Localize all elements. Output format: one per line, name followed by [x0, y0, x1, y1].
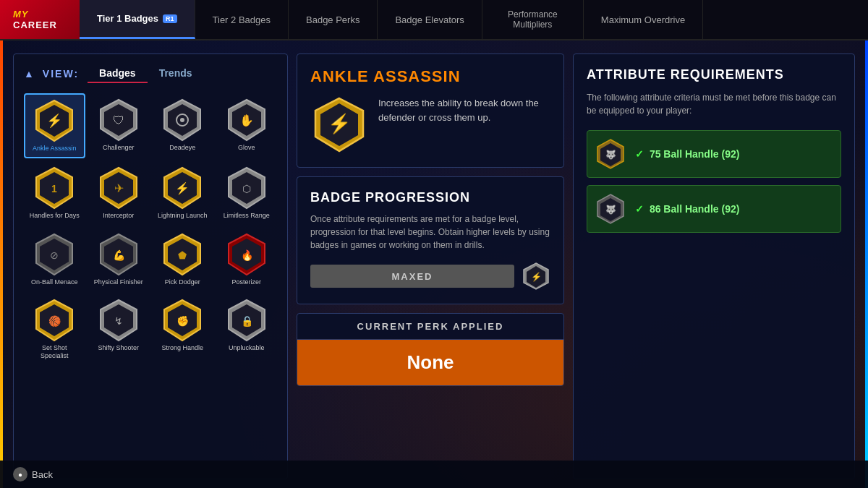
tab-badge-perks[interactable]: Badge Perks	[289, 0, 378, 39]
svg-text:✈: ✈	[114, 182, 123, 194]
interceptor-label: Interceptor	[103, 212, 134, 220]
strong-handle-icon: ✊	[161, 299, 204, 342]
tab-badges[interactable]: Badges	[88, 64, 148, 83]
tab-performance-multipliers[interactable]: Performance Multipliers	[482, 0, 584, 39]
svg-text:1: 1	[51, 183, 57, 194]
badge-glove[interactable]: ✋ Glove	[216, 93, 278, 158]
set-shot-specialist-label: Set Shot Specialist	[28, 344, 80, 360]
svg-point-9	[180, 118, 184, 122]
badge-desc-row: ⚡ Increases the ability to break down th…	[310, 96, 550, 154]
tab-tier1-badges[interactable]: Tier 1 Badges R1	[80, 0, 195, 39]
limitless-range-icon: ⬡	[225, 166, 268, 210]
checkmark-0: ✓	[635, 148, 644, 160]
badge-info-box: ANKLE ASSASSIN ⚡ Increases the ability t…	[297, 53, 564, 168]
r1-badge: R1	[163, 14, 177, 23]
glove-icon: ✋	[225, 98, 268, 142]
svg-text:🛡: 🛡	[113, 114, 124, 127]
svg-text:🐺: 🐺	[605, 204, 616, 215]
badge-ankle-assassin[interactable]: ⚡ Ankle Assassin	[24, 93, 85, 158]
badge-handles-for-days[interactable]: 1 Handles for Days	[24, 161, 85, 225]
left-panel: ▲ VIEW: Badges Trends ⚡ Ankle Assassin	[13, 53, 288, 479]
unpluckable-icon: 🔒	[225, 299, 268, 342]
attr-desc: The following attribute criteria must be…	[587, 91, 841, 117]
svg-text:⚡: ⚡	[531, 271, 542, 282]
challenger-icon: 🛡	[97, 98, 140, 142]
nav-logo: MYCAREER	[0, 0, 80, 39]
shifty-shooter-icon: ↯	[97, 299, 140, 342]
svg-text:🏀: 🏀	[48, 315, 61, 328]
on-ball-menace-icon: ⊘	[33, 233, 76, 276]
perk-value: None	[297, 340, 563, 385]
progression-status: MAXED	[310, 265, 514, 288]
attr-req-1: 🐺 ✓ 86 Ball Handle (92)	[587, 185, 841, 233]
limitless-range-label: Limitless Range	[224, 212, 270, 220]
badge-description: Increases the ability to break down the …	[378, 96, 550, 124]
pick-dodger-label: Pick Dodger	[165, 278, 200, 286]
svg-text:⊘: ⊘	[50, 249, 59, 261]
attr-text-1: ✓ 86 Ball Handle (92)	[635, 203, 739, 215]
attr-text-0: ✓ 75 Ball Handle (92)	[635, 148, 739, 160]
svg-text:🔒: 🔒	[240, 315, 253, 328]
ankle-assassin-label: Ankle Assassin	[33, 145, 77, 153]
tab-tier2-badges[interactable]: Tier 2 Badges	[195, 0, 289, 39]
strong-handle-label: Strong Handle	[161, 344, 203, 352]
triangle-icon: ▲	[24, 68, 34, 80]
view-tabs: Badges Trends	[88, 64, 203, 83]
physical-finisher-icon: 💪	[97, 233, 140, 276]
progression-box: BADGE PROGRESSION Once attribute require…	[297, 176, 564, 304]
badge-strong-handle[interactable]: ✊ Strong Handle	[152, 294, 213, 365]
badge-lightning-launch[interactable]: ⚡ Lightning Launch	[152, 161, 213, 225]
badge-big-icon: ⚡	[310, 96, 368, 154]
view-header: ▲ VIEW: Badges Trends	[24, 64, 277, 83]
progression-bar-row: MAXED ⚡	[310, 262, 550, 291]
svg-text:⚡: ⚡	[328, 112, 352, 135]
badge-physical-finisher[interactable]: 💪 Physical Finisher	[88, 228, 150, 291]
checkmark-1: ✓	[635, 203, 644, 215]
attr-icon-1: 🐺	[595, 193, 626, 225]
attr-icon-0: 🐺	[595, 138, 626, 170]
attr-title: ATTRIBUTE REQUIREMENTS	[587, 67, 841, 82]
svg-text:✊: ✊	[176, 315, 190, 328]
tab-maximum-overdrive[interactable]: Maximum Overdrive	[584, 0, 703, 39]
progression-title: BADGE PROGRESSION	[310, 190, 550, 205]
badge-pick-dodger[interactable]: ⬟ Pick Dodger	[152, 228, 213, 291]
challenger-label: Challenger	[103, 144, 135, 152]
on-ball-menace-label: On-Ball Menace	[31, 278, 78, 286]
badge-deadeye[interactable]: Deadeye	[152, 93, 213, 158]
ankle-assassin-icon: ⚡	[33, 99, 76, 142]
svg-text:✋: ✋	[239, 114, 254, 127]
unpluckable-label: Unpluckable	[229, 344, 265, 352]
svg-text:💪: 💪	[112, 249, 125, 262]
back-button[interactable]: ● Back	[13, 467, 53, 481]
pick-dodger-icon: ⬟	[161, 233, 204, 276]
badge-detail-title: ANKLE ASSASSIN	[310, 67, 550, 86]
badge-posterizer[interactable]: 🔥 Posterizer	[216, 228, 278, 291]
deadeye-icon	[161, 98, 204, 142]
view-label: VIEW:	[43, 68, 79, 80]
svg-text:🐺: 🐺	[605, 149, 616, 160]
tab-trends[interactable]: Trends	[148, 64, 204, 83]
badge-challenger[interactable]: 🛡 Challenger	[88, 93, 150, 158]
main-content: ▲ VIEW: Badges Trends ⚡ Ankle Assassin	[0, 40, 868, 488]
badge-on-ball-menace[interactable]: ⊘ On-Ball Menace	[24, 228, 85, 291]
lightning-launch-label: Lightning Launch	[158, 212, 208, 220]
interceptor-icon: ✈	[97, 166, 140, 210]
badge-set-shot-specialist[interactable]: 🏀 Set Shot Specialist	[24, 294, 85, 365]
progression-desc: Once attribute requirements are met for …	[310, 213, 550, 252]
handles-icon: 1	[33, 166, 76, 210]
badge-shifty-shooter[interactable]: ↯ Shifty Shooter	[88, 294, 150, 365]
tab-badge-elevators[interactable]: Badge Elevators	[378, 0, 482, 39]
attr-req-0: 🐺 ✓ 75 Ball Handle (92)	[587, 130, 841, 178]
progression-badge-icon: ⚡	[522, 262, 550, 291]
back-circle-icon: ●	[13, 467, 27, 481]
badge-limitless-range[interactable]: ⬡ Limitless Range	[216, 161, 278, 225]
shifty-shooter-label: Shifty Shooter	[98, 344, 139, 352]
right-panel: ATTRIBUTE REQUIREMENTS The following att…	[573, 53, 855, 479]
glove-label: Glove	[238, 144, 255, 152]
perk-title: CURRENT PERK APPLIED	[297, 314, 563, 340]
bottom-bar: ● Back	[0, 461, 868, 488]
badge-unpluckable[interactable]: 🔒 Unpluckable	[216, 294, 278, 365]
svg-text:⬟: ⬟	[178, 249, 187, 261]
badge-interceptor[interactable]: ✈ Interceptor	[88, 161, 150, 225]
perk-box: CURRENT PERK APPLIED None	[297, 313, 564, 386]
